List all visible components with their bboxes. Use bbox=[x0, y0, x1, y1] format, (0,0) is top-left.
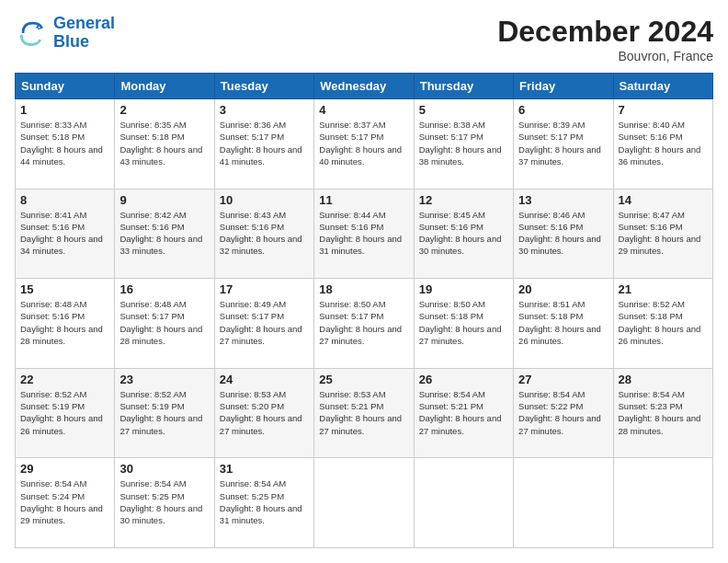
cell-content: Sunrise: 8:33 AMSunset: 5:18 PMDaylight:… bbox=[20, 119, 109, 167]
table-row bbox=[613, 458, 712, 548]
day-number: 5 bbox=[419, 103, 508, 117]
day-number: 16 bbox=[119, 282, 209, 296]
col-thursday: Thursday bbox=[414, 74, 513, 99]
day-number: 4 bbox=[319, 103, 408, 117]
header: General Blue December 2024 Bouvron, Fran… bbox=[15, 15, 713, 63]
logo-icon bbox=[15, 17, 48, 50]
table-row bbox=[414, 458, 513, 548]
calendar-table: Sunday Monday Tuesday Wednesday Thursday… bbox=[15, 73, 713, 548]
table-row: 10Sunrise: 8:43 AMSunset: 5:16 PMDayligh… bbox=[214, 189, 313, 279]
col-saturday: Saturday bbox=[613, 74, 712, 99]
cell-content: Sunrise: 8:51 AMSunset: 5:18 PMDaylight:… bbox=[518, 298, 608, 347]
table-row: 2Sunrise: 8:35 AMSunset: 5:18 PMDaylight… bbox=[115, 99, 214, 190]
cell-content: Sunrise: 8:38 AMSunset: 5:17 PMDaylight:… bbox=[419, 119, 508, 167]
cell-content: Sunrise: 8:40 AMSunset: 5:16 PMDaylight:… bbox=[619, 119, 708, 167]
calendar-body: 1Sunrise: 8:33 AMSunset: 5:18 PMDaylight… bbox=[16, 99, 713, 548]
cell-content: Sunrise: 8:49 AMSunset: 5:17 PMDaylight:… bbox=[220, 298, 309, 347]
cell-content: Sunrise: 8:35 AMSunset: 5:18 PMDaylight:… bbox=[119, 119, 209, 167]
day-number: 26 bbox=[419, 373, 508, 386]
table-row: 20Sunrise: 8:51 AMSunset: 5:18 PMDayligh… bbox=[514, 279, 613, 369]
day-number: 30 bbox=[119, 462, 209, 476]
cell-content: Sunrise: 8:36 AMSunset: 5:17 PMDaylight:… bbox=[220, 119, 309, 167]
calendar-row: 29Sunrise: 8:54 AMSunset: 5:24 PMDayligh… bbox=[16, 458, 713, 548]
table-row: 21Sunrise: 8:52 AMSunset: 5:18 PMDayligh… bbox=[613, 279, 712, 369]
day-number: 9 bbox=[119, 193, 209, 207]
table-row: 31Sunrise: 8:54 AMSunset: 5:25 PMDayligh… bbox=[214, 458, 313, 548]
page: General Blue December 2024 Bouvron, Fran… bbox=[0, 0, 728, 563]
cell-content: Sunrise: 8:41 AMSunset: 5:16 PMDaylight:… bbox=[20, 209, 109, 258]
day-number: 28 bbox=[619, 373, 708, 386]
cell-content: Sunrise: 8:37 AMSunset: 5:17 PMDaylight:… bbox=[319, 119, 408, 167]
logo-text: General Blue bbox=[53, 15, 115, 52]
table-row: 8Sunrise: 8:41 AMSunset: 5:16 PMDaylight… bbox=[16, 189, 115, 279]
table-row bbox=[514, 458, 613, 548]
cell-content: Sunrise: 8:45 AMSunset: 5:16 PMDaylight:… bbox=[419, 209, 508, 258]
day-number: 11 bbox=[319, 193, 408, 207]
table-row: 30Sunrise: 8:54 AMSunset: 5:25 PMDayligh… bbox=[115, 458, 214, 548]
day-number: 21 bbox=[619, 282, 708, 296]
col-monday: Monday bbox=[115, 74, 214, 99]
table-row bbox=[314, 458, 414, 548]
col-sunday: Sunday bbox=[16, 74, 115, 99]
day-number: 24 bbox=[220, 373, 309, 386]
cell-content: Sunrise: 8:52 AMSunset: 5:19 PMDaylight:… bbox=[119, 388, 209, 437]
logo: General Blue bbox=[15, 15, 115, 52]
day-number: 15 bbox=[20, 282, 109, 296]
cell-content: Sunrise: 8:50 AMSunset: 5:17 PMDaylight:… bbox=[319, 298, 408, 347]
day-number: 31 bbox=[220, 462, 309, 476]
cell-content: Sunrise: 8:54 AMSunset: 5:22 PMDaylight:… bbox=[518, 388, 608, 437]
table-row: 12Sunrise: 8:45 AMSunset: 5:16 PMDayligh… bbox=[414, 189, 513, 279]
cell-content: Sunrise: 8:52 AMSunset: 5:19 PMDaylight:… bbox=[20, 388, 109, 437]
col-wednesday: Wednesday bbox=[314, 74, 414, 99]
logo-line1: General bbox=[53, 14, 115, 32]
cell-content: Sunrise: 8:48 AMSunset: 5:17 PMDaylight:… bbox=[119, 298, 209, 347]
table-row: 13Sunrise: 8:46 AMSunset: 5:16 PMDayligh… bbox=[514, 189, 613, 279]
cell-content: Sunrise: 8:46 AMSunset: 5:16 PMDaylight:… bbox=[518, 209, 608, 258]
calendar-row: 22Sunrise: 8:52 AMSunset: 5:19 PMDayligh… bbox=[16, 368, 713, 458]
cell-content: Sunrise: 8:54 AMSunset: 5:24 PMDaylight:… bbox=[20, 477, 109, 526]
cell-content: Sunrise: 8:42 AMSunset: 5:16 PMDaylight:… bbox=[119, 209, 209, 258]
day-number: 12 bbox=[419, 193, 508, 207]
cell-content: Sunrise: 8:54 AMSunset: 5:25 PMDaylight:… bbox=[119, 477, 209, 526]
table-row: 17Sunrise: 8:49 AMSunset: 5:17 PMDayligh… bbox=[214, 279, 313, 369]
col-tuesday: Tuesday bbox=[214, 74, 313, 99]
day-number: 20 bbox=[518, 282, 608, 296]
location: Bouvron, France bbox=[497, 49, 713, 63]
logo-line2: Blue bbox=[53, 32, 89, 51]
calendar-header: Sunday Monday Tuesday Wednesday Thursday… bbox=[16, 74, 713, 99]
table-row: 14Sunrise: 8:47 AMSunset: 5:16 PMDayligh… bbox=[613, 189, 712, 279]
header-row: Sunday Monday Tuesday Wednesday Thursday… bbox=[16, 74, 713, 99]
table-row: 23Sunrise: 8:52 AMSunset: 5:19 PMDayligh… bbox=[115, 368, 214, 458]
table-row: 26Sunrise: 8:54 AMSunset: 5:21 PMDayligh… bbox=[414, 368, 513, 458]
day-number: 18 bbox=[319, 282, 408, 296]
month-title: December 2024 bbox=[497, 15, 713, 49]
table-row: 16Sunrise: 8:48 AMSunset: 5:17 PMDayligh… bbox=[115, 279, 214, 369]
table-row: 22Sunrise: 8:52 AMSunset: 5:19 PMDayligh… bbox=[16, 368, 115, 458]
cell-content: Sunrise: 8:47 AMSunset: 5:16 PMDaylight:… bbox=[619, 209, 708, 258]
calendar-row: 1Sunrise: 8:33 AMSunset: 5:18 PMDaylight… bbox=[16, 99, 713, 190]
table-row: 4Sunrise: 8:37 AMSunset: 5:17 PMDaylight… bbox=[314, 99, 414, 190]
cell-content: Sunrise: 8:44 AMSunset: 5:16 PMDaylight:… bbox=[319, 209, 408, 258]
cell-content: Sunrise: 8:53 AMSunset: 5:21 PMDaylight:… bbox=[319, 388, 408, 437]
day-number: 3 bbox=[220, 103, 309, 117]
day-number: 17 bbox=[220, 282, 309, 296]
table-row: 11Sunrise: 8:44 AMSunset: 5:16 PMDayligh… bbox=[314, 189, 414, 279]
day-number: 14 bbox=[619, 193, 708, 207]
cell-content: Sunrise: 8:43 AMSunset: 5:16 PMDaylight:… bbox=[220, 209, 309, 258]
cell-content: Sunrise: 8:39 AMSunset: 5:17 PMDaylight:… bbox=[518, 119, 608, 167]
col-friday: Friday bbox=[514, 74, 613, 99]
day-number: 25 bbox=[319, 373, 408, 386]
table-row: 18Sunrise: 8:50 AMSunset: 5:17 PMDayligh… bbox=[314, 279, 414, 369]
table-row: 24Sunrise: 8:53 AMSunset: 5:20 PMDayligh… bbox=[214, 368, 313, 458]
cell-content: Sunrise: 8:50 AMSunset: 5:18 PMDaylight:… bbox=[419, 298, 508, 347]
day-number: 10 bbox=[220, 193, 309, 207]
table-row: 28Sunrise: 8:54 AMSunset: 5:23 PMDayligh… bbox=[613, 368, 712, 458]
day-number: 29 bbox=[20, 462, 109, 476]
table-row: 27Sunrise: 8:54 AMSunset: 5:22 PMDayligh… bbox=[514, 368, 613, 458]
table-row: 3Sunrise: 8:36 AMSunset: 5:17 PMDaylight… bbox=[214, 99, 313, 190]
day-number: 2 bbox=[119, 103, 209, 117]
day-number: 6 bbox=[518, 103, 608, 117]
table-row: 5Sunrise: 8:38 AMSunset: 5:17 PMDaylight… bbox=[414, 99, 513, 190]
calendar-row: 15Sunrise: 8:48 AMSunset: 5:16 PMDayligh… bbox=[16, 279, 713, 369]
cell-content: Sunrise: 8:52 AMSunset: 5:18 PMDaylight:… bbox=[619, 298, 708, 347]
